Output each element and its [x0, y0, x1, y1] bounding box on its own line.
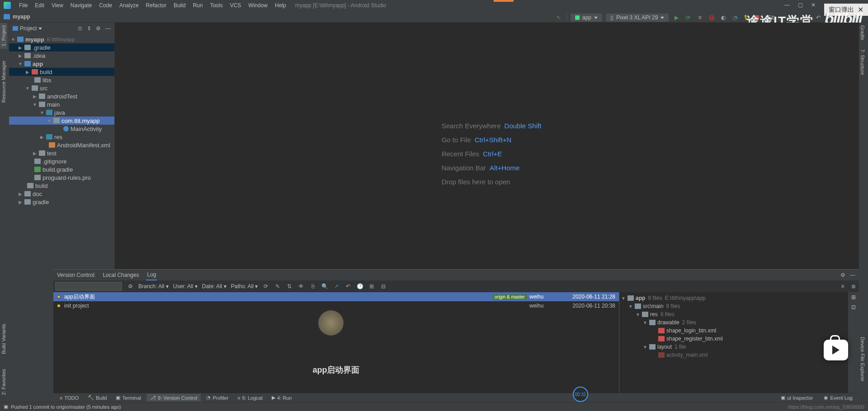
tab-project[interactable]: 1: Project — [0, 23, 7, 49]
gear-icon[interactable]: ⚙ — [840, 272, 845, 278]
tab-local-changes[interactable]: Local Changes — [102, 270, 140, 280]
tab-profiler[interactable]: ◔ Profiler — [203, 394, 232, 402]
sort-icon[interactable]: ⇅ — [286, 283, 293, 290]
tree-row-root[interactable]: myappE:\ttit\myapp — [9, 35, 114, 43]
tree-row-package[interactable]: com.ttit.myapp — [9, 117, 114, 125]
tab-version-control[interactable]: ⎇ 9: Version Control — [146, 394, 201, 402]
gear-icon[interactable]: ⚙ — [96, 25, 101, 32]
diff-icon[interactable]: ⊞ — [851, 294, 856, 300]
menu-navigate[interactable]: Navigate — [67, 2, 95, 9]
expand-icon[interactable]: ⊞ — [368, 283, 375, 290]
tab-event-log[interactable]: ◉ Event Log — [820, 394, 856, 402]
tab-build[interactable]: 🔨 Build — [84, 394, 110, 402]
menu-file[interactable]: File — [15, 2, 31, 9]
gear-icon[interactable]: ⚙ — [127, 283, 134, 290]
menu-window[interactable]: Window — [245, 2, 271, 9]
tab-terminal[interactable]: ▣ Terminal — [112, 394, 145, 402]
tab-structure[interactable]: 7: Structure — [859, 47, 866, 78]
menu-tools[interactable]: Tools — [207, 2, 226, 9]
undo-icon[interactable]: ↶ — [344, 283, 352, 290]
run-config-selector[interactable]: app — [571, 14, 602, 22]
menu-edit[interactable]: Edit — [31, 2, 48, 9]
sdk-icon[interactable]: ▫ — [842, 14, 850, 22]
refresh-icon[interactable]: ⟳ — [262, 283, 269, 290]
debug-button[interactable]: 🐞 — [708, 14, 716, 22]
menu-build[interactable]: Build — [170, 2, 189, 9]
tree-row-buildgradle[interactable]: build.gradle — [9, 165, 114, 173]
tree-row-test[interactable]: test — [9, 149, 114, 157]
tab-favorites[interactable]: 2: Favorites — [0, 366, 7, 397]
vc-search-input[interactable] — [55, 282, 122, 291]
tree-row-main[interactable]: main — [9, 100, 114, 108]
popup-close-icon[interactable]: ✕ — [858, 5, 863, 14]
tab-resource-manager[interactable]: Resource Manager — [0, 58, 7, 106]
cherry-pick-icon[interactable]: ✎ — [274, 283, 281, 290]
tab-todo[interactable]: ≡ TODO — [56, 394, 82, 402]
tree-row-gitignore[interactable]: .gitignore — [9, 157, 114, 165]
profile-icon[interactable]: ◔ — [731, 14, 739, 22]
make-button[interactable]: ↖ — [555, 14, 563, 22]
coverage-icon[interactable]: ◐ — [719, 14, 727, 22]
apply-code-icon[interactable]: ≡ — [696, 14, 704, 22]
tree-row-build2[interactable]: build — [9, 182, 114, 190]
breadcrumb-project[interactable]: myapp — [13, 14, 30, 20]
tree-row-mainactivity[interactable]: MainActivity — [9, 125, 114, 133]
expand-all-icon[interactable]: ≡ — [839, 283, 846, 290]
tree-row-manifest[interactable]: AndroidManifest.xml — [9, 141, 114, 149]
menu-analyze[interactable]: Analyze — [116, 2, 142, 9]
git-commit-icon[interactable]: ✓ — [791, 14, 799, 22]
collapse-icon[interactable]: ⇕ — [87, 25, 91, 32]
tree-row-gradle[interactable]: .gradle — [9, 43, 114, 51]
tree-row-androidtest[interactable]: androidTest — [9, 92, 114, 100]
status-icon[interactable]: ▣ — [4, 404, 8, 410]
stop-button[interactable] — [755, 15, 759, 20]
run-button[interactable]: ▶ — [672, 14, 680, 22]
group-icon[interactable]: ⊡ — [851, 304, 856, 310]
filter-branch[interactable]: Branch: All ▾ — [138, 283, 169, 290]
menu-vcs[interactable]: VCS — [226, 2, 245, 9]
tree-row-src[interactable]: src — [9, 84, 114, 92]
commit-row[interactable]: app启动界面 origin & master weihu 2020-06-11… — [53, 292, 619, 301]
filter-date[interactable]: Date: All ▾ — [202, 283, 226, 290]
hide-icon[interactable]: — — [850, 272, 855, 278]
intellisort-icon[interactable]: ⎘ — [309, 283, 316, 290]
tree-row-res[interactable]: res — [9, 133, 114, 141]
tab-log[interactable]: Log — [146, 270, 157, 280]
avd-icon[interactable]: ▫ — [830, 14, 838, 22]
menu-view[interactable]: View — [48, 2, 67, 9]
filter-paths[interactable]: Paths: All ▾ — [231, 283, 258, 290]
maximize-icon[interactable]: ▢ — [798, 2, 803, 8]
menu-refactor[interactable]: Refactor — [142, 2, 170, 9]
commit-list[interactable]: app启动界面 origin & master weihu 2020-06-11… — [53, 292, 619, 395]
changed-files-tree[interactable]: app9 filesE:\ttit\myapp\app src\main9 fi… — [619, 292, 848, 395]
search-icon[interactable]: 🔍 — [854, 14, 862, 22]
tree-row-doc[interactable]: doc — [9, 190, 114, 198]
tab-run[interactable]: ▶ 4: Run — [268, 394, 295, 402]
minimize-icon[interactable]: — — [784, 2, 790, 8]
project-view-selector[interactable]: Project — [13, 25, 42, 32]
collapse-icon[interactable]: ⊟ — [380, 283, 387, 290]
tree-row-build[interactable]: build — [9, 68, 114, 76]
tree-row-java[interactable]: java — [9, 108, 114, 117]
menu-run[interactable]: Run — [189, 2, 207, 9]
apply-changes-icon[interactable]: ⟳ — [684, 14, 692, 22]
find-icon[interactable]: 🔍 — [321, 283, 328, 290]
tab-layout-inspector[interactable]: ▣ ut Inspector — [777, 394, 816, 402]
tab-build-variants[interactable]: Build Variants — [0, 321, 7, 357]
git-revert-icon[interactable]: ↶ — [814, 14, 822, 22]
tree-row-gradle2[interactable]: gradle — [9, 198, 114, 206]
hide-icon[interactable]: — — [105, 25, 111, 32]
git-history-icon[interactable]: ⊙ — [802, 14, 811, 22]
collapse-all-icon[interactable]: ≣ — [850, 283, 857, 290]
filter-user[interactable]: User: All ▾ — [173, 283, 198, 290]
commit-row[interactable]: init project weihu 2020-06-11 20:38 — [53, 301, 619, 310]
attach-debugger-icon[interactable]: 🐛 — [743, 14, 751, 22]
menu-code[interactable]: Code — [95, 2, 116, 9]
menu-help[interactable]: Help — [271, 2, 290, 9]
tab-gradle[interactable]: Gradle — [859, 23, 866, 43]
eye-icon[interactable]: 👁 — [297, 283, 305, 290]
git-update-icon[interactable]: ↙ — [779, 14, 787, 22]
tree-row-proguard[interactable]: proguard-rules.pro — [9, 173, 114, 182]
clock-icon[interactable]: 🕐 — [356, 283, 363, 290]
tree-row-app[interactable]: app — [9, 60, 114, 68]
